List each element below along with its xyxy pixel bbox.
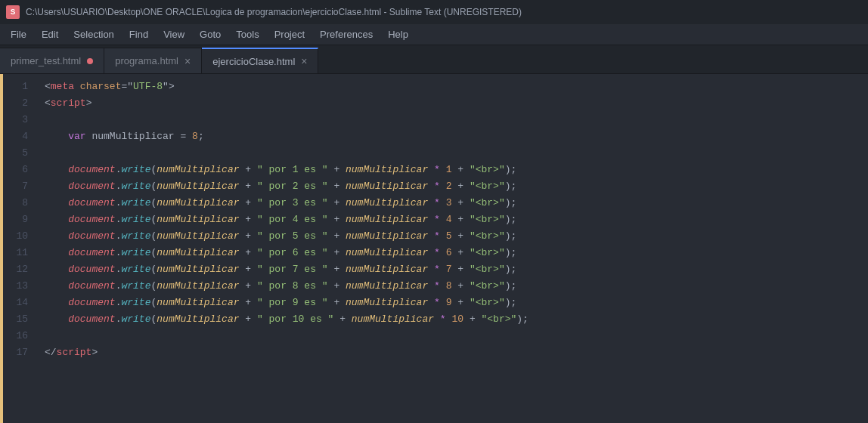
tab-primer-test[interactable]: primer_test.html (0, 48, 104, 73)
line-num-3: 3 (3, 112, 28, 128)
menu-find[interactable]: Find (122, 26, 156, 43)
code-line-17: </script> (45, 344, 868, 361)
code-line-12: document.write(numMultiplicar + " por 7 … (45, 261, 868, 278)
menu-goto[interactable]: Goto (192, 26, 228, 43)
tab-programa[interactable]: programa.html × (104, 48, 202, 73)
code-line-2: <script> (45, 95, 868, 112)
line-num-13: 13 (3, 278, 28, 295)
code-line-5 (45, 145, 868, 162)
menu-view[interactable]: View (156, 26, 192, 43)
code-line-16 (45, 328, 868, 344)
line-num-9: 9 (3, 212, 28, 228)
menu-selection[interactable]: Selection (66, 26, 121, 43)
menu-tools[interactable]: Tools (228, 26, 266, 43)
code-line-13: document.write(numMultiplicar + " por 8 … (45, 278, 868, 295)
code-line-3 (45, 112, 868, 128)
line-num-16: 16 (3, 328, 28, 344)
app-icon: S (6, 5, 20, 19)
menu-bar: File Edit Selection Find View Goto Tools… (0, 24, 868, 45)
line-num-12: 12 (3, 261, 28, 278)
tab-close-icon[interactable]: × (301, 56, 307, 66)
code-line-15: document.write(numMultiplicar + " por 10… (45, 311, 868, 328)
line-num-14: 14 (3, 295, 28, 311)
line-num-5: 5 (3, 145, 28, 162)
code-line-14: document.write(numMultiplicar + " por 9 … (45, 295, 868, 311)
tab-ejercicio[interactable]: ejercicioClase.html × (202, 48, 318, 73)
line-num-10: 10 (3, 228, 28, 245)
menu-edit[interactable]: Edit (34, 26, 66, 43)
tab-bar: primer_test.html programa.html × ejercic… (0, 45, 868, 74)
code-line-11: document.write(numMultiplicar + " por 6 … (45, 245, 868, 261)
code-line-9: document.write(numMultiplicar + " por 4 … (45, 212, 868, 228)
menu-preferences[interactable]: Preferences (312, 26, 380, 43)
menu-project[interactable]: Project (267, 26, 312, 43)
code-line-8: document.write(numMultiplicar + " por 3 … (45, 195, 868, 212)
code-line-10: document.write(numMultiplicar + " por 5 … (45, 228, 868, 245)
tab-close-icon[interactable]: × (184, 56, 191, 66)
menu-help[interactable]: Help (380, 26, 416, 43)
code-line-4: var numMultiplicar = 8; (45, 128, 868, 145)
code-line-6: document.write(numMultiplicar + " por 1 … (45, 162, 868, 178)
editor: 1 2 3 4 5 6 7 8 9 10 11 12 13 14 15 16 1… (0, 74, 868, 423)
line-num-8: 8 (3, 195, 28, 212)
line-num-2: 2 (3, 95, 28, 112)
line-num-7: 7 (3, 178, 28, 195)
menu-file[interactable]: File (3, 26, 34, 43)
code-area[interactable]: <meta charset="UTF-8"> <script> var numM… (37, 74, 868, 423)
tab-label: ejercicioClase.html (212, 56, 295, 67)
line-numbers: 1 2 3 4 5 6 7 8 9 10 11 12 13 14 15 16 1… (3, 74, 37, 423)
tab-label: primer_test.html (11, 55, 81, 66)
code-line-1: <meta charset="UTF-8"> (45, 79, 868, 95)
line-num-1: 1 (3, 79, 28, 95)
window-title: C:\Users\USUARIO\Desktop\ONE ORACLE\Logi… (26, 7, 522, 17)
modified-dot (87, 58, 93, 64)
line-num-15: 15 (3, 311, 28, 328)
line-num-4: 4 (3, 128, 28, 145)
line-num-17: 17 (3, 344, 28, 361)
code-line-7: document.write(numMultiplicar + " por 2 … (45, 178, 868, 195)
line-num-11: 11 (3, 245, 28, 261)
title-bar: S C:\Users\USUARIO\Desktop\ONE ORACLE\Lo… (0, 0, 868, 24)
tab-label: programa.html (115, 55, 178, 66)
line-num-6: 6 (3, 162, 28, 178)
